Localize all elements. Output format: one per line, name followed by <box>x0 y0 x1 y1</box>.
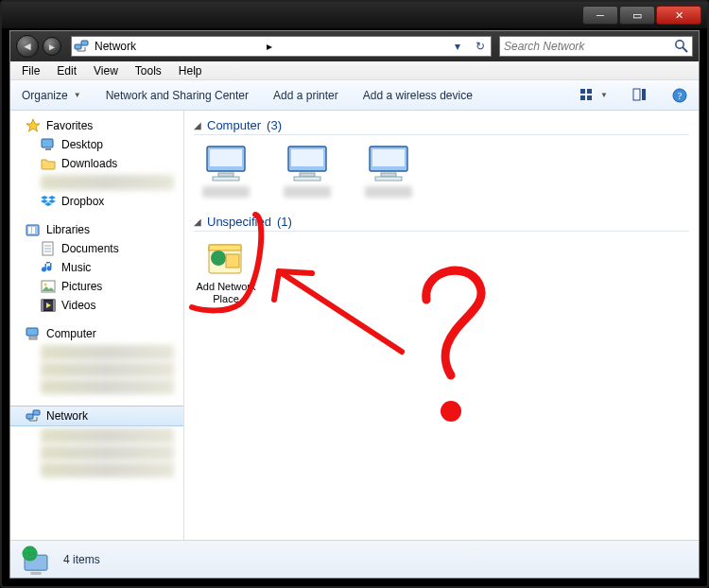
help-icon <box>672 88 687 103</box>
breadcrumb-arrow-icon[interactable]: ▸ <box>267 40 272 53</box>
add-printer-button[interactable]: Add a printer <box>269 87 342 104</box>
sidebar-item-music[interactable]: Music <box>10 258 183 277</box>
sidebar-item-redacted <box>41 362 174 377</box>
status-item-count: 4 items <box>63 553 100 566</box>
computer-icon <box>26 326 41 341</box>
group-header-computer[interactable]: ◢ Computer (3) <box>194 118 689 135</box>
menu-view[interactable]: View <box>86 62 126 79</box>
sidebar-item-dropbox[interactable]: Dropbox <box>10 192 183 211</box>
sidebar-item-downloads[interactable]: Downloads <box>10 154 183 173</box>
network-icon <box>74 39 89 54</box>
refresh-button[interactable]: ↻ <box>472 38 489 55</box>
organize-button[interactable]: Organize ▼ <box>18 87 85 104</box>
collapse-triangle-icon: ◢ <box>194 216 201 227</box>
view-options-button[interactable]: ▼ <box>576 86 612 105</box>
add-wireless-button[interactable]: Add a wireless device <box>359 87 476 104</box>
collapse-triangle-icon: ◢ <box>194 120 201 130</box>
svg-point-47 <box>441 401 461 422</box>
group-header-unspecified[interactable]: ◢ Unspecified (1) <box>194 215 689 232</box>
computer-item[interactable] <box>194 141 258 198</box>
toolbar: Organize ▼ Network and Sharing Center Ad… <box>10 80 699 111</box>
item-label-redacted <box>202 186 250 198</box>
document-icon <box>41 241 56 256</box>
menu-bar: File Edit View Tools Help <box>10 61 699 80</box>
desktop-icon <box>41 137 56 152</box>
sidebar-favorites[interactable]: Favorites <box>10 116 183 135</box>
item-label: Add Network Place <box>194 281 258 304</box>
help-button[interactable] <box>668 86 691 105</box>
search-box[interactable] <box>499 36 693 57</box>
libraries-icon <box>26 222 41 237</box>
window-maximize-button[interactable]: ▭ <box>619 6 655 25</box>
preview-pane-icon <box>632 88 648 103</box>
sidebar-computer[interactable]: Computer <box>10 324 183 343</box>
content-pane: ◢ Computer (3) <box>184 111 699 540</box>
add-network-place-icon <box>203 237 249 279</box>
address-dropdown-button[interactable]: ▾ <box>449 38 466 55</box>
titlebar: ─ ▭ ✕ <box>2 2 707 28</box>
nav-back-button[interactable]: ◄ <box>16 35 39 58</box>
sidebar-item-documents[interactable]: Documents <box>10 239 183 258</box>
network-sharing-center-button[interactable]: Network and Sharing Center <box>102 87 252 104</box>
address-bar[interactable]: Network ▸ ▾ ↻ <box>71 36 492 57</box>
monitor-icon <box>203 141 249 182</box>
window-close-button[interactable]: ✕ <box>656 6 701 25</box>
menu-help[interactable]: Help <box>171 62 210 79</box>
navigation-pane: Favorites Desktop Downloads Dropbox <box>10 111 184 540</box>
picture-icon <box>41 279 56 294</box>
monitor-icon <box>366 141 411 182</box>
add-network-place-item[interactable]: Add Network Place <box>194 237 258 304</box>
computer-item[interactable] <box>275 141 339 198</box>
details-pane: 4 items <box>10 540 699 578</box>
sidebar-item-redacted <box>41 462 174 477</box>
sidebar-item-videos[interactable]: Videos <box>10 296 183 315</box>
folder-icon <box>41 156 56 171</box>
chevron-down-icon: ▼ <box>74 91 81 99</box>
video-icon <box>41 298 56 313</box>
preview-pane-button[interactable] <box>629 86 651 105</box>
monitor-icon <box>285 141 330 182</box>
menu-edit[interactable]: Edit <box>49 62 84 79</box>
menu-file[interactable]: File <box>14 62 47 79</box>
sidebar-network[interactable]: Network <box>10 406 183 426</box>
sidebar-item-redacted <box>41 345 174 360</box>
search-input[interactable] <box>500 40 671 53</box>
item-label-redacted <box>365 186 412 198</box>
chevron-down-icon: ▼ <box>600 91 608 99</box>
nav-bar: ◄ ► Network ▸ ▾ ↻ <box>10 31 699 61</box>
window-minimize-button[interactable]: ─ <box>582 6 618 25</box>
sidebar-item-redacted <box>41 428 174 443</box>
sidebar-item-redacted <box>41 175 174 190</box>
star-icon <box>26 118 41 133</box>
organize-label: Organize <box>22 89 68 102</box>
sidebar-item-desktop[interactable]: Desktop <box>10 135 183 154</box>
menu-tools[interactable]: Tools <box>128 62 169 79</box>
search-icon[interactable] <box>671 37 692 56</box>
network-globe-icon <box>20 545 52 575</box>
sidebar-item-pictures[interactable]: Pictures <box>10 277 183 296</box>
sidebar-item-redacted <box>41 379 174 394</box>
computer-item[interactable] <box>356 141 421 198</box>
item-label-redacted <box>284 186 331 198</box>
address-text: Network <box>95 40 261 53</box>
nav-forward-button[interactable]: ► <box>43 37 61 56</box>
dropbox-icon <box>41 194 56 209</box>
view-grid-icon <box>579 88 595 103</box>
sidebar-item-redacted <box>41 445 174 460</box>
music-icon <box>41 260 56 275</box>
sidebar-libraries[interactable]: Libraries <box>10 220 183 239</box>
network-icon <box>26 408 41 424</box>
